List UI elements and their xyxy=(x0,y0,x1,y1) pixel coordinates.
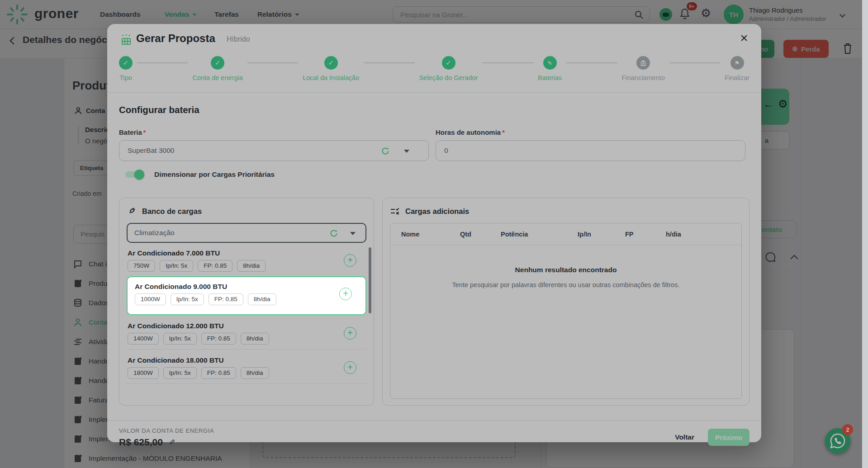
add-load-button[interactable]: + xyxy=(344,327,356,340)
empty-state-title: Nenhum resultado encontrado xyxy=(390,266,741,274)
step-conta-de-energia[interactable]: ✓Conta de energia xyxy=(192,56,242,81)
step-baterias[interactable]: ✎Baterias xyxy=(538,56,562,81)
load-chip: FP: 0.85 xyxy=(209,293,243,305)
column-header: Nome xyxy=(401,231,460,238)
modal-body: Configurar bateria Bateria* SuperBat 300… xyxy=(107,104,761,420)
filter-check-icon xyxy=(390,206,400,216)
load-chip: FP: 0.85 xyxy=(201,367,236,379)
refresh-icon[interactable] xyxy=(381,147,390,156)
load-chip: 750W xyxy=(128,260,155,272)
step-check-icon: ✓ xyxy=(324,56,338,70)
edit-pencil-icon[interactable]: ✎ xyxy=(167,439,176,445)
load-item[interactable]: Ar Condicionado 18.000 BTU1800WIp/In: 5x… xyxy=(127,350,366,384)
browser-scrollbar[interactable] xyxy=(862,0,868,468)
additional-loads-panel: Cargas adicionais NomeQtdPotênciaIp/InFP… xyxy=(382,198,749,406)
step-connector xyxy=(364,62,414,63)
next-button[interactable]: Próximo xyxy=(708,429,749,446)
step-check-icon: ✓ xyxy=(442,56,455,70)
column-header: FP xyxy=(625,231,666,238)
stepper: ✓Tipo✓Conta de energia✓Local da Instalaç… xyxy=(107,50,761,93)
load-chip: 8h/dia xyxy=(241,367,269,379)
load-chip: Ip/In: 5x xyxy=(163,333,197,345)
back-button[interactable]: Voltar xyxy=(675,433,694,441)
scrollbar-thumb[interactable] xyxy=(369,247,371,313)
load-chip: 1800W xyxy=(128,367,159,379)
load-chip: 8h/dia xyxy=(237,260,266,272)
step-financiamento[interactable]: Financiamento xyxy=(622,56,665,81)
solar-proposal-icon xyxy=(120,33,133,46)
step-check-icon: ✓ xyxy=(119,56,133,70)
autonomy-input[interactable]: 0 xyxy=(436,140,745,161)
section-title: Configurar bateria xyxy=(119,104,749,115)
additional-loads-title: Cargas adicionais xyxy=(405,207,469,216)
load-bank-panel: Banco de cargas Climatização Ar Condicio… xyxy=(119,198,374,406)
battery-label: Bateria* xyxy=(119,128,429,137)
load-chip: 8h/dia xyxy=(248,293,276,305)
step-connector xyxy=(669,62,720,63)
whatsapp-button[interactable]: 2 xyxy=(825,428,850,454)
step-connector xyxy=(137,62,188,63)
bill-label: VALOR DA CONTA DE ENERGIA xyxy=(119,427,675,434)
load-item[interactable]: Ar Condicionado 9.000 BTU1000WIp/In: 5xF… xyxy=(127,276,366,315)
modal-subtitle: Híbrido xyxy=(227,35,250,43)
chevron-down-icon xyxy=(350,232,356,235)
load-chip: FP: 0.85 xyxy=(201,333,236,345)
additional-loads-table: NomeQtdPotênciaIp/InFPh/dia Nenhum resul… xyxy=(390,223,742,399)
modal-title: Gerar Proposta xyxy=(136,32,215,45)
refresh-icon[interactable] xyxy=(329,229,338,238)
chevron-down-icon xyxy=(404,150,409,153)
bill-value: R$ 625,00 xyxy=(119,437,163,448)
load-category-select[interactable]: Climatização xyxy=(127,223,366,243)
load-item[interactable]: Ar Condicionado 7.000 BTU750WIp/In: 5xFP… xyxy=(127,247,366,276)
add-load-button[interactable]: + xyxy=(339,288,352,300)
battery-select[interactable]: SuperBat 3000 xyxy=(119,140,429,161)
column-header: Qtd xyxy=(460,231,501,238)
step-finalizar[interactable]: ⚑Finalizar xyxy=(725,56,749,81)
column-header: h/dia xyxy=(666,231,711,238)
load-item[interactable]: Ar Condicionado 12.000 BTU1400WIp/In: 5x… xyxy=(127,315,366,350)
step-connector xyxy=(247,62,298,63)
load-chip: 1400W xyxy=(128,333,159,345)
load-chip: Ip/In: 5x xyxy=(163,367,197,379)
load-bank-title: Banco de cargas xyxy=(142,207,202,216)
autonomy-label: Horas de autonomia* xyxy=(436,128,745,137)
step-local-da-instalação[interactable]: ✓Local da Instalação xyxy=(303,56,359,81)
step-seleção-do-gerador[interactable]: ✓Seleção do Gerador xyxy=(419,56,478,81)
empty-state-subtitle: Tente pesquisar por palavras diferentes … xyxy=(390,281,741,288)
load-chip: 8h/dia xyxy=(241,333,269,345)
whatsapp-badge: 2 xyxy=(842,424,853,435)
add-load-button[interactable]: + xyxy=(344,361,356,374)
step-connector xyxy=(566,62,617,63)
step-bank-icon xyxy=(636,56,650,70)
add-load-button[interactable]: + xyxy=(344,254,356,267)
step-flag-icon: ⚑ xyxy=(730,56,744,70)
close-icon[interactable]: × xyxy=(736,30,752,47)
priority-loads-toggle[interactable] xyxy=(125,171,143,178)
step-check-icon: ✓ xyxy=(211,56,224,70)
column-header: Potência xyxy=(501,231,578,238)
step-connector xyxy=(482,62,533,63)
plug-icon xyxy=(127,206,137,216)
modal-header: Gerar Proposta Híbrido × xyxy=(107,24,761,50)
load-chip: Ip/In: 5x xyxy=(171,293,204,305)
step-pencil-icon: ✎ xyxy=(543,56,557,70)
toggle-label: Dimensionar por Cargas Prioritárias xyxy=(154,170,275,179)
load-chip: FP: 0.85 xyxy=(198,260,232,272)
modal-footer: VALOR DA CONTA DE ENERGIA R$ 625,00 ✎ Vo… xyxy=(107,420,761,454)
load-chip: Ip/In: 5x xyxy=(160,260,193,272)
column-header: Ip/In xyxy=(578,231,625,238)
generate-proposal-modal: Gerar Proposta Híbrido × ✓Tipo✓Conta de … xyxy=(107,24,761,442)
step-tipo[interactable]: ✓Tipo xyxy=(119,56,133,81)
load-chip: 1000W xyxy=(135,293,166,305)
